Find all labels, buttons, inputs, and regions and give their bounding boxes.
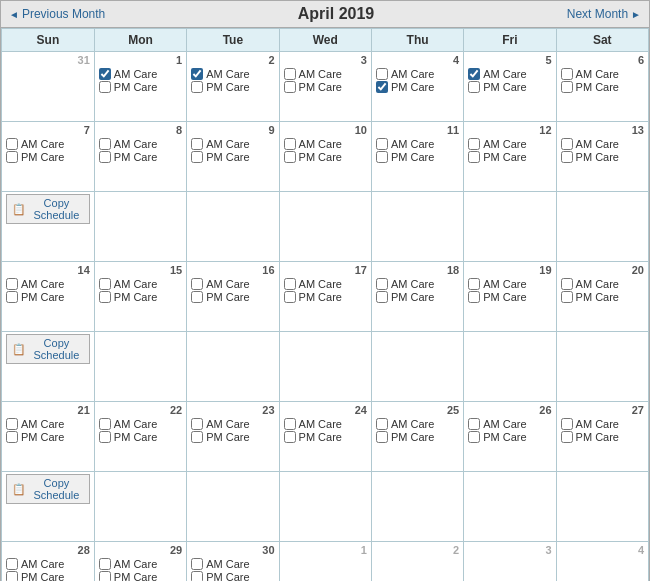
pm-care-item: PM Care [284,151,367,163]
next-month-btn-top[interactable]: Next Month [567,7,641,21]
copy-schedule-btn[interactable]: 📋 Copy Schedule [6,194,90,224]
day-number: 4 [561,544,644,556]
am-care-label: AM Care [483,418,526,430]
pm-care-checkbox[interactable] [561,431,573,443]
am-care-checkbox[interactable] [6,418,18,430]
pm-care-label: PM Care [21,571,64,581]
pm-care-checkbox[interactable] [284,291,296,303]
calendar-week-row: 28AM CarePM Care29AM CarePM Care30AM Car… [2,542,649,582]
empty-cell [371,192,463,262]
pm-care-label: PM Care [576,151,619,163]
pm-care-checkbox[interactable] [99,151,111,163]
pm-care-checkbox[interactable] [99,431,111,443]
pm-care-checkbox[interactable] [376,431,388,443]
pm-care-checkbox[interactable] [284,81,296,93]
am-care-checkbox[interactable] [284,68,296,80]
am-care-checkbox[interactable] [191,68,203,80]
am-care-checkbox[interactable] [561,418,573,430]
am-care-checkbox[interactable] [99,68,111,80]
pm-care-checkbox[interactable] [376,81,388,93]
am-care-label: AM Care [206,558,249,570]
am-care-checkbox[interactable] [6,138,18,150]
day-number: 25 [376,404,459,416]
am-care-checkbox[interactable] [561,68,573,80]
am-care-checkbox[interactable] [561,278,573,290]
pm-care-checkbox[interactable] [468,81,480,93]
pm-care-checkbox[interactable] [376,291,388,303]
pm-care-checkbox[interactable] [6,431,18,443]
pm-care-checkbox[interactable] [468,151,480,163]
am-care-checkbox[interactable] [284,418,296,430]
am-care-checkbox[interactable] [99,558,111,570]
am-care-checkbox[interactable] [376,418,388,430]
am-care-label: AM Care [114,418,157,430]
day-number: 29 [99,544,182,556]
am-care-item: AM Care [99,68,182,80]
pm-care-checkbox[interactable] [191,431,203,443]
pm-care-item: PM Care [376,431,459,443]
pm-care-label: PM Care [114,291,157,303]
day-number: 7 [6,124,90,136]
am-care-checkbox[interactable] [191,558,203,570]
calendar-week-row: 14AM CarePM Care15AM CarePM Care16AM Car… [2,262,649,332]
pm-care-checkbox[interactable] [99,571,111,581]
prev-month-btn-top[interactable]: Previous Month [9,7,105,21]
am-care-checkbox[interactable] [99,138,111,150]
am-care-checkbox[interactable] [376,68,388,80]
am-care-checkbox[interactable] [6,278,18,290]
am-care-checkbox[interactable] [468,68,480,80]
pm-care-checkbox[interactable] [561,81,573,93]
pm-care-item: PM Care [376,291,459,303]
am-care-checkbox[interactable] [191,138,203,150]
pm-care-label: PM Care [576,431,619,443]
am-care-checkbox[interactable] [99,418,111,430]
am-care-item: AM Care [376,138,459,150]
am-care-checkbox[interactable] [468,138,480,150]
calendar-day-cell: 16AM CarePM Care [187,262,279,332]
am-care-checkbox[interactable] [284,278,296,290]
am-care-checkbox[interactable] [468,418,480,430]
pm-care-checkbox[interactable] [6,151,18,163]
pm-care-checkbox[interactable] [99,81,111,93]
am-care-checkbox[interactable] [468,278,480,290]
am-care-checkbox[interactable] [561,138,573,150]
am-care-checkbox[interactable] [191,418,203,430]
pm-care-checkbox[interactable] [284,151,296,163]
pm-care-checkbox[interactable] [191,571,203,581]
pm-care-label: PM Care [21,291,64,303]
pm-care-checkbox[interactable] [6,291,18,303]
pm-care-checkbox[interactable] [191,81,203,93]
am-care-item: AM Care [468,68,551,80]
calendar-day-cell: 8AM CarePM Care [94,122,186,192]
am-care-checkbox[interactable] [191,278,203,290]
day-number: 13 [561,124,644,136]
pm-care-checkbox[interactable] [468,431,480,443]
pm-care-checkbox[interactable] [468,291,480,303]
am-care-checkbox[interactable] [376,138,388,150]
am-care-label: AM Care [391,418,434,430]
am-care-checkbox[interactable] [6,558,18,570]
am-care-checkbox[interactable] [99,278,111,290]
day-number: 11 [376,124,459,136]
empty-cell [371,472,463,542]
pm-care-checkbox[interactable] [191,291,203,303]
pm-care-checkbox[interactable] [376,151,388,163]
pm-care-checkbox[interactable] [6,571,18,581]
pm-care-checkbox[interactable] [561,151,573,163]
copy-schedule-btn[interactable]: 📋 Copy Schedule [6,334,90,364]
pm-care-label: PM Care [114,571,157,581]
am-care-checkbox[interactable] [284,138,296,150]
am-care-label: AM Care [299,418,342,430]
copy-schedule-btn[interactable]: 📋 Copy Schedule [6,474,90,504]
am-care-item: AM Care [191,278,274,290]
am-care-checkbox[interactable] [376,278,388,290]
pm-care-label: PM Care [299,151,342,163]
empty-cell [556,192,648,262]
day-number: 14 [6,264,90,276]
pm-care-label: PM Care [299,81,342,93]
pm-care-checkbox[interactable] [191,151,203,163]
pm-care-checkbox[interactable] [99,291,111,303]
pm-care-checkbox[interactable] [284,431,296,443]
pm-care-checkbox[interactable] [561,291,573,303]
pm-care-item: PM Care [468,81,551,93]
